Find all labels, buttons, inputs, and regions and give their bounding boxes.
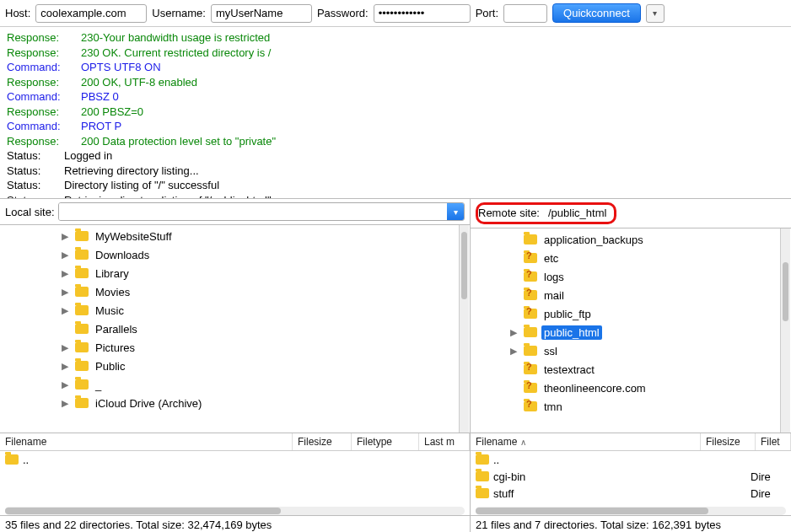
- scrollbar[interactable]: [780, 228, 790, 433]
- col-filename[interactable]: Filename∧: [471, 433, 701, 450]
- tree-item[interactable]: ▶Pictures: [8, 338, 468, 357]
- local-site-combo[interactable]: ▾: [58, 202, 465, 221]
- horizontal-scrollbar[interactable]: [5, 507, 465, 515]
- remote-site-label: Remote site:: [478, 207, 540, 219]
- tree-item[interactable]: ▶Downloads: [8, 245, 468, 264]
- username-input[interactable]: [211, 4, 312, 23]
- local-site-input[interactable]: [59, 203, 447, 220]
- file-row[interactable]: stuffDire: [471, 485, 791, 502]
- file-row[interactable]: cgi-binDire: [471, 468, 791, 485]
- port-input[interactable]: [503, 4, 547, 23]
- file-row[interactable]: ..: [0, 451, 470, 468]
- tree-item[interactable]: theonlineencore.com: [474, 379, 789, 397]
- col-filetype[interactable]: Filet: [756, 433, 791, 450]
- scrollbar-thumb[interactable]: [783, 262, 788, 321]
- file-type: Dire: [751, 470, 786, 483]
- tree-item[interactable]: ▶Library: [8, 264, 468, 282]
- expand-triangle-icon[interactable]: ▶: [59, 287, 71, 298]
- tree-item-label: Movies: [93, 285, 132, 299]
- tree-item[interactable]: application_backups: [474, 230, 789, 249]
- expand-triangle-icon[interactable]: ▶: [59, 268, 71, 279]
- host-input[interactable]: [35, 4, 147, 23]
- tree-item-label: ssl: [541, 344, 560, 358]
- tree-item-label: tmn: [541, 400, 565, 414]
- tree-item[interactable]: etc: [474, 249, 789, 267]
- tree-item-label: Downloads: [93, 248, 152, 262]
- password-input[interactable]: [374, 4, 471, 23]
- remote-file-list: Filename∧ Filesize Filet ..cgi-binDirest…: [471, 433, 791, 515]
- expand-triangle-icon[interactable]: ▶: [59, 379, 71, 390]
- chevron-down-icon: ▾: [454, 207, 458, 217]
- message-log[interactable]: Response:230-Your bandwidth usage is res…: [0, 27, 791, 199]
- tree-item[interactable]: public_ftp: [474, 304, 789, 323]
- col-filetype[interactable]: Filetype: [352, 433, 419, 450]
- folder-icon: [74, 231, 89, 241]
- folder-icon: [74, 250, 89, 260]
- panes: Local site: ▾ ▶MyWebsiteStuff▶Downloads▶…: [0, 199, 791, 532]
- folder-icon: [523, 327, 538, 337]
- expand-triangle-icon[interactable]: ▶: [508, 327, 519, 338]
- tree-item[interactable]: ▶public_html: [474, 323, 789, 341]
- expand-triangle-icon[interactable]: ▶: [59, 250, 71, 261]
- log-line: Status:Logged in: [7, 148, 784, 164]
- scrollbar-thumb[interactable]: [5, 508, 281, 514]
- folder-icon: [476, 454, 489, 465]
- col-filesize[interactable]: Filesize: [701, 433, 756, 450]
- folder-icon: [523, 234, 538, 245]
- expand-triangle-icon[interactable]: ▶: [508, 346, 519, 357]
- tree-item[interactable]: logs: [474, 267, 789, 286]
- local-file-header: Filename Filesize Filetype Last m: [0, 433, 470, 451]
- remote-directory-tree[interactable]: application_backupsetclogsmailpublic_ftp…: [471, 228, 791, 433]
- local-site-dropdown[interactable]: ▾: [447, 203, 464, 220]
- tree-item-label: logs: [541, 270, 567, 284]
- log-line: Response:200 Data protection level set t…: [7, 134, 784, 149]
- tree-item-label: _: [93, 378, 104, 392]
- remote-file-header: Filename∧ Filesize Filet: [471, 433, 791, 451]
- host-label: Host:: [5, 7, 30, 19]
- scrollbar-thumb[interactable]: [476, 508, 708, 514]
- col-filesize[interactable]: Filesize: [293, 433, 352, 450]
- tree-item[interactable]: ▶Public: [8, 357, 468, 375]
- log-line: Response:200 PBSZ=0: [7, 105, 784, 120]
- tree-item-label: testextract: [541, 363, 597, 377]
- tree-item-label: public_ftp: [541, 307, 594, 321]
- horizontal-scrollbar[interactable]: [476, 507, 786, 515]
- tree-item[interactable]: ▶MyWebsiteStuff: [8, 227, 468, 245]
- expand-triangle-icon[interactable]: ▶: [59, 361, 71, 372]
- folder-icon: [74, 398, 89, 408]
- quickconnect-button[interactable]: Quickconnect: [552, 3, 641, 23]
- remote-site-bar: Remote site: /public_html ▾: [471, 199, 791, 228]
- remote-file-body[interactable]: ..cgi-binDirestuffDire: [471, 451, 791, 505]
- file-row[interactable]: ..: [471, 451, 791, 468]
- tree-item-label: application_backups: [541, 233, 646, 247]
- tree-item-label: iCloud Drive (Archive): [93, 396, 204, 411]
- unknown-folder-icon: [523, 290, 538, 300]
- tree-item[interactable]: ▶ssl: [474, 341, 789, 360]
- folder-icon: [476, 488, 489, 498]
- tree-item[interactable]: ▶Music: [8, 301, 468, 320]
- local-site-label: Local site:: [5, 206, 55, 218]
- username-label: Username:: [152, 7, 206, 19]
- local-directory-tree[interactable]: ▶MyWebsiteStuff▶Downloads▶Library▶Movies…: [0, 225, 470, 433]
- local-file-body[interactable]: ..: [0, 451, 470, 505]
- scrollbar[interactable]: [459, 225, 469, 433]
- expand-triangle-icon[interactable]: ▶: [59, 305, 71, 316]
- tree-item[interactable]: mail: [474, 286, 789, 304]
- expand-triangle-icon[interactable]: ▶: [59, 231, 71, 242]
- tree-item[interactable]: Parallels: [8, 320, 468, 338]
- col-filename[interactable]: Filename: [0, 433, 293, 450]
- tree-item[interactable]: tmn: [474, 397, 789, 416]
- expand-triangle-icon[interactable]: ▶: [59, 398, 71, 409]
- tree-item[interactable]: ▶Movies: [8, 282, 468, 301]
- port-label: Port:: [476, 7, 498, 19]
- expand-triangle-icon[interactable]: ▶: [59, 342, 71, 353]
- tree-item[interactable]: testextract: [474, 360, 789, 379]
- col-lastmod[interactable]: Last m: [419, 433, 470, 450]
- file-name: cgi-bin: [493, 470, 525, 483]
- tree-item[interactable]: ▶iCloud Drive (Archive): [8, 394, 468, 412]
- log-line: Command:PBSZ 0: [7, 89, 784, 105]
- scrollbar-thumb[interactable]: [461, 232, 467, 299]
- tree-item[interactable]: ▶_: [8, 375, 468, 394]
- remote-pane: Remote site: /public_html ▾ application_…: [471, 199, 791, 532]
- quickconnect-dropdown-button[interactable]: ▾: [646, 4, 665, 23]
